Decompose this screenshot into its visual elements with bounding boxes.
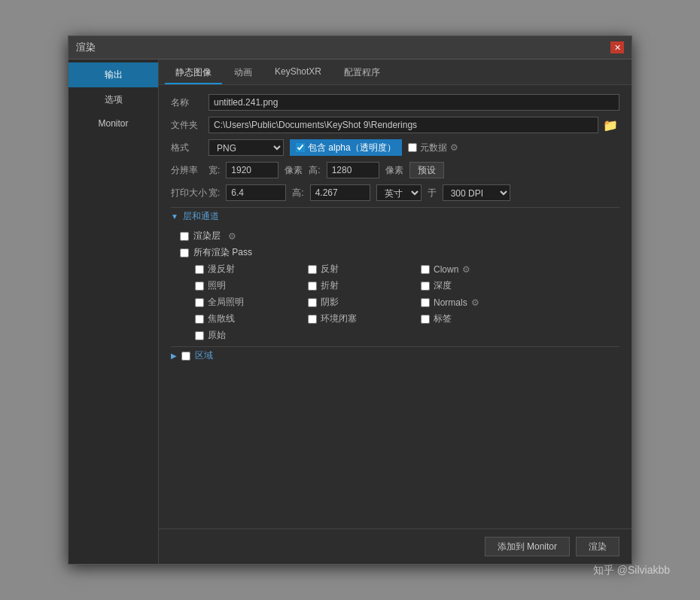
- dialog-title: 渲染: [76, 41, 96, 54]
- metadata-gear-icon[interactable]: ⚙: [450, 142, 458, 153]
- layers-section-header: ▼ 层和通道: [171, 207, 619, 225]
- pass-ao-checkbox[interactable]: [308, 315, 317, 324]
- folder-row: 文件夹 📁: [171, 117, 619, 133]
- width-unit: 像素: [285, 164, 303, 177]
- pass-labels: 标签: [421, 312, 541, 325]
- folder-label: 文件夹: [171, 119, 208, 132]
- all-passes-row: 所有渲染 Pass: [180, 246, 619, 259]
- sidebar-item-output[interactable]: 输出: [68, 62, 158, 87]
- sidebar: 输出 选项 Monitor: [68, 59, 159, 564]
- pass-ao-label: 环境闭塞: [321, 312, 357, 325]
- content-area: 输出 选项 Monitor 静态图像 动画 KeyShotXR 配置程序 名称 …: [68, 59, 632, 564]
- pass-normals-label: Normals: [434, 297, 467, 308]
- sidebar-item-options[interactable]: 选项: [68, 87, 158, 112]
- pass-refraction-label: 折射: [321, 279, 339, 292]
- all-passes-label: 所有渲染 Pass: [193, 246, 252, 259]
- render-button[interactable]: 渲染: [576, 537, 619, 556]
- pass-reflection-checkbox[interactable]: [308, 265, 317, 274]
- format-select[interactable]: PNG: [208, 139, 284, 156]
- folder-browse-button[interactable]: 📁: [601, 118, 619, 132]
- folder-input[interactable]: [208, 117, 598, 133]
- pass-depth: 深度: [421, 279, 541, 292]
- print-width-input[interactable]: [226, 184, 286, 201]
- pass-raw-label: 原始: [208, 329, 226, 342]
- metadata-checkbox[interactable]: [408, 143, 417, 152]
- print-width-label: 宽:: [208, 187, 220, 199]
- format-row: 格式 PNG 包含 alpha（透明度） 元数据 ⚙: [171, 139, 619, 156]
- height-label: 高:: [309, 164, 320, 177]
- name-label: 名称: [171, 96, 208, 109]
- render-layer-gear-icon[interactable]: ⚙: [228, 231, 236, 242]
- width-label: 宽:: [208, 164, 220, 177]
- tab-static-image[interactable]: 静态图像: [165, 62, 222, 84]
- print-size-label: 打印大小: [171, 187, 208, 199]
- empty-space: [159, 378, 632, 528]
- render-layer-checkbox[interactable]: [180, 232, 189, 241]
- pass-ao: 环境闭塞: [308, 312, 413, 325]
- pass-raw: 原始: [195, 329, 300, 342]
- pass-shadow-label: 阴影: [321, 296, 339, 309]
- name-row: 名称: [171, 94, 619, 111]
- layers-arrow-icon[interactable]: ▼: [171, 212, 178, 221]
- format-label: 格式: [171, 142, 208, 154]
- pass-normals-gear-icon[interactable]: ⚙: [471, 297, 479, 308]
- name-input[interactable]: [208, 94, 619, 111]
- pass-raw-checkbox[interactable]: [195, 331, 204, 340]
- pass-lighting-checkbox[interactable]: [195, 282, 204, 291]
- pass-depth-label: 深度: [434, 279, 452, 292]
- tab-keyshot-xr[interactable]: KeyShotXR: [264, 62, 332, 84]
- pass-reflection: 反射: [308, 263, 413, 276]
- pass-labels-label: 标签: [434, 312, 452, 325]
- form-area: 名称 文件夹 📁 格式 PNG: [159, 85, 632, 378]
- print-height-input[interactable]: [310, 184, 370, 201]
- watermark: 知乎 @Silviakbb: [593, 564, 670, 577]
- pass-normals-checkbox[interactable]: [421, 298, 430, 307]
- pass-diffuse-checkbox[interactable]: [195, 265, 204, 274]
- pass-normals: Normals ⚙: [421, 296, 541, 309]
- pass-gi-label: 全局照明: [208, 296, 244, 309]
- tab-bar: 静态图像 动画 KeyShotXR 配置程序: [159, 59, 632, 85]
- pass-caustics-checkbox[interactable]: [195, 315, 204, 324]
- pass-diffuse: 漫反射: [195, 263, 300, 276]
- alpha-checkbox[interactable]: [296, 143, 305, 152]
- alpha-area: 包含 alpha（透明度）: [290, 139, 402, 156]
- add-monitor-button[interactable]: 添加到 Monitor: [485, 537, 570, 556]
- height-input[interactable]: [327, 162, 379, 178]
- pass-refraction: 折射: [308, 279, 413, 292]
- metadata-area: 元数据 ⚙: [408, 142, 458, 154]
- unit-select[interactable]: 英寸: [376, 184, 422, 201]
- render-layer-row: 渲染层 ⚙: [180, 230, 619, 242]
- sidebar-item-monitor[interactable]: Monitor: [68, 112, 158, 135]
- resolution-row: 分辨率 宽: 像素 高: 像素 预设: [171, 162, 619, 178]
- title-bar: 渲染 ✕: [68, 36, 632, 59]
- close-button[interactable]: ✕: [610, 41, 624, 53]
- pass-depth-checkbox[interactable]: [421, 282, 430, 291]
- all-passes-checkbox[interactable]: [180, 248, 189, 257]
- pass-refraction-checkbox[interactable]: [308, 282, 317, 291]
- passes-grid: 漫反射 反射 Clown ⚙: [180, 263, 619, 342]
- dialog: 渲染 ✕ 输出 选项 Monitor 静态图像 动画 KeyShotXR 配置程…: [68, 35, 632, 565]
- pass-gi-checkbox[interactable]: [195, 298, 204, 307]
- layers-section-label: 层和通道: [183, 210, 219, 223]
- region-section-header: ▶ 区域: [171, 346, 619, 364]
- pass-clown: Clown ⚙: [421, 263, 541, 276]
- pass-clown-gear-icon[interactable]: ⚙: [462, 264, 470, 275]
- height-unit: 像素: [385, 164, 403, 177]
- preset-button[interactable]: 预设: [409, 162, 444, 178]
- tab-animation[interactable]: 动画: [224, 62, 263, 84]
- region-checkbox[interactable]: [181, 352, 190, 361]
- pass-lighting-label: 照明: [208, 279, 226, 292]
- at-sign: 于: [428, 187, 437, 199]
- pass-labels-checkbox[interactable]: [421, 315, 430, 324]
- dpi-select[interactable]: 300 DPI: [443, 184, 510, 201]
- region-arrow-icon[interactable]: ▶: [171, 352, 177, 360]
- print-size-row: 打印大小 宽: 高: 英寸 于 300 DPI: [171, 184, 619, 201]
- tab-configurator[interactable]: 配置程序: [333, 62, 391, 84]
- pass-shadow-checkbox[interactable]: [308, 298, 317, 307]
- print-height-label: 高:: [292, 187, 303, 199]
- pass-clown-checkbox[interactable]: [421, 265, 430, 274]
- bottom-bar: 添加到 Monitor 渲染: [159, 528, 632, 564]
- width-input[interactable]: [226, 162, 278, 178]
- pass-lighting: 照明: [195, 279, 300, 292]
- metadata-label: 元数据: [420, 142, 447, 154]
